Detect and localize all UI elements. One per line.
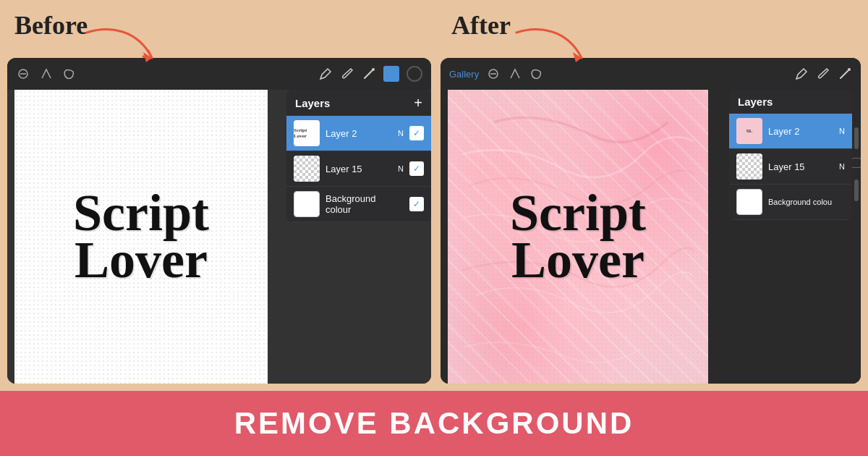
nav-icon xyxy=(851,158,861,168)
svg-line-3 xyxy=(322,69,328,75)
smudge-icon-after[interactable] xyxy=(838,67,852,81)
layers-panel-after: Layers SL Layer 2 N xyxy=(729,90,852,220)
left-panel-before: Before xyxy=(0,0,435,391)
layer-thumb-15-after xyxy=(736,153,762,180)
layer-bg-check[interactable]: ✓ xyxy=(409,197,424,211)
tool-icon-2[interactable] xyxy=(39,67,54,81)
tablet-before: Script Lover Layers + xyxy=(7,58,431,384)
scroll-thumb-2[interactable] xyxy=(854,180,859,201)
layer-bg-name: Background colour xyxy=(326,193,404,215)
layer-2-name: Layer 2 xyxy=(326,128,392,139)
smudge-icon[interactable] xyxy=(362,67,376,81)
layer-item-2-before[interactable]: Script Lover Layer 2 N ✓ xyxy=(286,116,431,151)
layer-item-bg-after[interactable]: Background colou xyxy=(729,185,852,220)
script-line1: Script xyxy=(73,190,209,237)
arrow-after xyxy=(509,22,596,80)
layer-bg-name-after: Background colou xyxy=(768,198,845,206)
scroll-thumb-1[interactable] xyxy=(854,127,859,149)
brush-icon[interactable] xyxy=(340,67,354,81)
layer-thumb-2-after: SL xyxy=(736,118,762,144)
bottom-bar: REMOVE BACKGROUND xyxy=(0,391,868,456)
layer-2-blend: N xyxy=(398,129,404,138)
canvas-white[interactable]: Script Lover xyxy=(14,90,268,384)
layer-item-15-before[interactable]: Layer 15 N ✓ xyxy=(286,151,431,187)
script-text-before: Script Lover xyxy=(73,190,209,284)
layer-2-check[interactable]: ✓ xyxy=(409,126,424,140)
arrow-before xyxy=(80,22,166,80)
script-line2: Lover xyxy=(73,237,209,284)
toolbar-before xyxy=(7,58,431,90)
script-text-after: Script Lover xyxy=(510,190,646,284)
toolbar-after: Gallery xyxy=(441,58,861,90)
layer-item-bg-before[interactable]: Background colour ✓ xyxy=(286,187,431,222)
main-container: Before xyxy=(0,0,868,456)
layer-thumb-2: Script Lover xyxy=(294,120,320,146)
top-section: Before xyxy=(0,0,868,391)
tool-icon-1[interactable] xyxy=(16,67,30,81)
layer-15-name-after: Layer 15 xyxy=(768,161,833,172)
remove-background-text: REMOVE BACKGROUND xyxy=(234,406,634,441)
pencil-icon-after[interactable] xyxy=(794,67,809,81)
tool-icon-3[interactable] xyxy=(62,67,77,81)
layer-15-name: Layer 15 xyxy=(326,164,392,174)
svg-point-8 xyxy=(848,68,851,71)
layer-15-blend: N xyxy=(398,164,404,173)
tablet-after: Gallery xyxy=(441,58,861,384)
layers-add-button[interactable]: + xyxy=(414,96,422,110)
layers-header-after: Layers xyxy=(729,90,852,114)
script-line1-after: Script xyxy=(510,190,646,237)
layer-15-check[interactable]: ✓ xyxy=(409,161,424,176)
brush-icon-after[interactable] xyxy=(816,67,830,81)
layer-item-15-after[interactable]: Layer 15 N xyxy=(729,149,852,185)
layer-item-2-after[interactable]: SL Layer 2 N xyxy=(729,114,852,149)
color-picker[interactable] xyxy=(407,66,422,82)
right-panel-after: After Gallery xyxy=(435,0,868,391)
layer-thumb-bg xyxy=(294,191,320,217)
svg-point-4 xyxy=(372,68,375,71)
pencil-icon[interactable] xyxy=(318,67,333,81)
layers-title-after: Layers xyxy=(738,96,773,108)
canvas-marble[interactable]: Script Lover xyxy=(448,90,708,384)
layers-title-before: Layers xyxy=(295,97,330,109)
canvas-area-after: Script Lover Layers xyxy=(441,90,861,384)
script-line2-after: Lover xyxy=(510,237,646,284)
toolbar-right-after xyxy=(794,67,852,81)
gallery-button[interactable]: Gallery xyxy=(449,69,479,80)
layers-panel-before: Layers + Script Lover Layer 2 N ✓ xyxy=(286,90,431,222)
tool-icon-after-1[interactable] xyxy=(486,67,501,81)
canvas-area-before: Script Lover Layers + xyxy=(7,90,431,384)
after-label: After xyxy=(451,10,511,41)
layer-thumb-bg-after xyxy=(736,189,762,215)
layers-icon-btn[interactable] xyxy=(383,66,399,82)
layer-thumb-15 xyxy=(294,156,320,182)
layer-15-blend-after: N xyxy=(839,162,845,171)
layer-2-blend-after: N xyxy=(839,127,845,135)
layers-header-before: Layers + xyxy=(286,90,431,116)
before-label: Before xyxy=(14,10,88,41)
toolbar-right xyxy=(318,66,422,82)
layer-2-name-after: Layer 2 xyxy=(768,126,833,137)
scroll-bar xyxy=(852,122,861,384)
